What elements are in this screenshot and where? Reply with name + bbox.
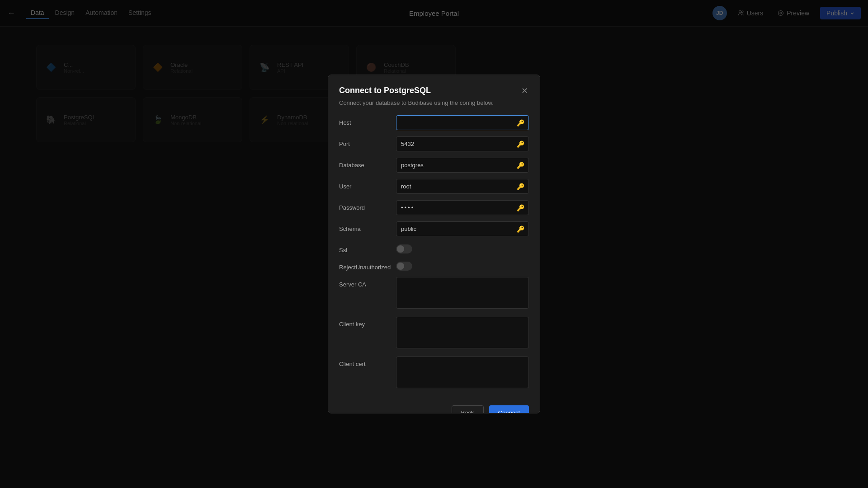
password-key-icon: 🔑 (517, 204, 524, 211)
user-key-icon: 🔑 (517, 183, 524, 190)
ssl-toggle-wrap (396, 243, 412, 253)
close-button[interactable]: ✕ (520, 86, 529, 96)
reject-unauthorized-label: RejectUnauthorized (339, 260, 389, 271)
back-button[interactable]: Back (452, 405, 484, 413)
modal-body: Host 🔑 Port 🔑 Database 🔑 (328, 115, 540, 390)
client-cert-input[interactable] (396, 357, 529, 388)
client-cert-wrap (396, 357, 529, 390)
schema-input-wrap: 🔑 (396, 221, 529, 236)
user-input[interactable] (396, 179, 529, 194)
database-label: Database (339, 158, 389, 169)
schema-input[interactable] (396, 221, 529, 236)
client-cert-row: Client cert (339, 357, 529, 390)
connect-button[interactable]: Connect (489, 405, 529, 413)
host-input-wrap: 🔑 (396, 115, 529, 130)
schema-row: Schema 🔑 (339, 221, 529, 236)
password-input-wrap: 🔑 (396, 200, 529, 215)
port-row: Port 🔑 (339, 136, 529, 151)
user-row: User 🔑 (339, 179, 529, 194)
modal-title: Connect to PostgreSQL (339, 86, 431, 95)
port-input-wrap: 🔑 (396, 136, 529, 151)
database-input[interactable] (396, 158, 529, 173)
host-row: Host 🔑 (339, 115, 529, 130)
client-key-wrap (396, 317, 529, 350)
user-label: User (339, 179, 389, 190)
client-key-input[interactable] (396, 317, 529, 348)
server-ca-label: Server CA (339, 277, 389, 288)
schema-label: Schema (339, 221, 389, 232)
schema-key-icon: 🔑 (517, 225, 524, 233)
port-input[interactable] (396, 136, 529, 151)
ssl-row: Ssl (339, 243, 529, 253)
reject-unauthorized-row: RejectUnauthorized (339, 260, 529, 271)
reject-toggle[interactable] (396, 262, 412, 271)
password-label: Password (339, 200, 389, 211)
modal-overlay: Connect to PostgreSQL ✕ Connect your dat… (0, 0, 868, 488)
database-key-icon: 🔑 (517, 162, 524, 169)
port-key-icon: 🔑 (517, 141, 524, 148)
modal-header: Connect to PostgreSQL ✕ (328, 75, 540, 96)
client-cert-label: Client cert (339, 357, 389, 367)
ssl-toggle[interactable] (396, 244, 412, 253)
server-ca-input[interactable] (396, 277, 529, 309)
postgresql-modal: Connect to PostgreSQL ✕ Connect your dat… (328, 75, 540, 413)
reject-toggle-wrap (396, 260, 412, 271)
password-input[interactable] (396, 200, 529, 215)
host-input[interactable] (396, 115, 529, 130)
password-row: Password 🔑 (339, 200, 529, 215)
database-row: Database 🔑 (339, 158, 529, 173)
server-ca-wrap (396, 277, 529, 310)
host-key-icon: 🔑 (517, 119, 524, 127)
port-label: Port (339, 136, 389, 147)
modal-footer: Back Connect (328, 396, 540, 413)
modal-subtitle: Connect your database to Budibase using … (328, 96, 540, 115)
user-input-wrap: 🔑 (396, 179, 529, 194)
server-ca-row: Server CA (339, 277, 529, 310)
ssl-label: Ssl (339, 243, 389, 253)
host-label: Host (339, 115, 389, 126)
client-key-label: Client key (339, 317, 389, 328)
client-key-row: Client key (339, 317, 529, 350)
database-input-wrap: 🔑 (396, 158, 529, 173)
